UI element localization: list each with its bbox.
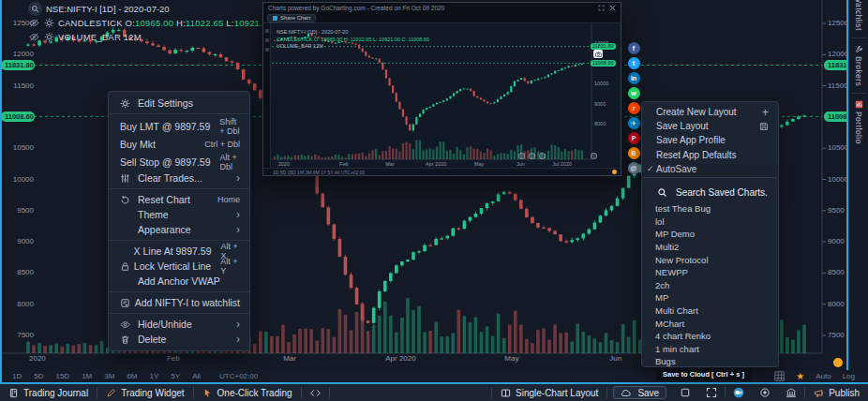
grid-icon[interactable] — [774, 371, 785, 381]
saved-chart-item[interactable]: NEWPP — [642, 266, 778, 279]
wadd-icon — [120, 298, 135, 308]
menu-item-theme[interactable]: Theme› — [109, 207, 249, 222]
chart-frame-right — [846, 0, 848, 370]
single-chart-layout-button[interactable]: Single-Chart Layout — [492, 384, 606, 401]
saved-chart-item[interactable]: New Protocol — [642, 253, 778, 266]
timeframe-all[interactable]: All — [192, 372, 201, 380]
price-badge: 11008.60 — [824, 111, 848, 122]
timeframe-6m[interactable]: 6M — [127, 372, 137, 380]
saved-chart-item[interactable]: MChart — [642, 317, 778, 330]
price-tick: 10000 — [828, 176, 848, 184]
saved-chart-item[interactable]: Bugs — [642, 355, 778, 367]
sidebar-tab-watchlist[interactable]: Watchlist — [849, 0, 868, 36]
menu-item-add-anchor-vwap[interactable]: Add Anchor VWAP — [109, 274, 249, 289]
share-linkedin-icon[interactable]: in — [628, 72, 640, 84]
share-facebook-icon[interactable]: f — [628, 42, 640, 54]
log-scale-label[interactable]: Log — [843, 372, 855, 380]
timeframe-15d[interactable]: 15D — [55, 372, 69, 380]
popup-expand-icon[interactable] — [598, 5, 605, 11]
menu-item-reset-chart[interactable]: Reset ChartHome — [109, 192, 249, 207]
menu-item-hide-unhide[interactable]: Hide/Unhide› — [109, 317, 249, 332]
saved-chart-item[interactable]: test Thea Bug — [642, 202, 778, 215]
timeframe-1y[interactable]: 1Y — [150, 372, 159, 380]
saved-chart-item[interactable]: 4 chart Renko — [642, 330, 778, 343]
publish-button[interactable]: Publish — [805, 384, 868, 401]
volume-settings-icon[interactable] — [43, 32, 54, 43]
timeframe-5d[interactable]: 5D — [34, 372, 43, 380]
square-tool-button[interactable] — [672, 387, 698, 398]
target-button[interactable] — [752, 387, 778, 398]
fullscreen-button[interactable] — [698, 387, 725, 398]
layout-menu-item-reset-app-defaults[interactable]: Reset App Defaults — [642, 148, 778, 162]
time-tick: 2020 — [29, 354, 46, 363]
menu-item-appearance[interactable]: Appearance› — [109, 222, 249, 237]
mini-time-tick: Mar — [385, 161, 394, 167]
saved-chart-item[interactable]: 1 min chart — [642, 343, 778, 356]
mini-snapshot-icon[interactable] — [593, 50, 603, 58]
screen-record-button[interactable] — [726, 387, 752, 398]
layout-menu-item-autosave[interactable]: ✓AutoSave — [642, 162, 778, 176]
timeframe-3m[interactable]: 3M — [104, 372, 114, 380]
menu-item-label: Lock Vertical Line — [134, 260, 211, 272]
menu-item-buy-mkt[interactable]: Buy MktCtrl + Dbl — [109, 135, 249, 153]
save-button[interactable]: Save — [613, 386, 666, 399]
saved-chart-item[interactable]: lol — [642, 215, 778, 229]
menu-item-delete[interactable]: Delete› — [109, 332, 249, 347]
price-tick: 8000 — [2, 301, 34, 308]
menu-item-sell-stop-9897-59[interactable]: Sell Stop @ 9897.59Alt + Dbl — [109, 153, 249, 171]
exchange-button[interactable] — [778, 387, 804, 398]
saved-chart-item[interactable]: 2ch — [642, 279, 778, 292]
share-chart-tab[interactable]: Share Chart — [267, 14, 316, 22]
menu-item-clear-trades[interactable]: Clear Trades...› — [109, 171, 249, 186]
mini-zoom-reset[interactable] — [591, 153, 597, 159]
saved-chart-item[interactable]: Multi2 — [642, 241, 778, 254]
saved-charts-search[interactable]: Search Saved Charts. — [642, 182, 778, 202]
hide-study-icon[interactable] — [28, 18, 39, 29]
saved-chart-item[interactable]: MP Demo — [642, 228, 778, 241]
menu-item-label: Theme — [138, 209, 227, 220]
assistant-dot[interactable] — [833, 358, 843, 367]
sidebar-tab-portfolio[interactable]: Portfolio — [849, 96, 868, 149]
menu-item-add-nifty-i-to-watchlist[interactable]: Add NIFTY-I to watchlist — [109, 295, 249, 310]
popup-close-icon[interactable] — [609, 5, 616, 11]
symbol-title: NSE:NIFTY-I [1D] - 2020-07-20 — [46, 4, 170, 14]
layout-menu-item-save-app-profile[interactable]: Save App Profile — [642, 133, 778, 147]
share-telegram-icon[interactable]: ✈ — [628, 117, 640, 129]
menu-item-label: Sell Stop @ 9897.59 — [120, 156, 210, 168]
share-whatsapp-icon[interactable]: w — [628, 87, 640, 99]
saved-chart-item[interactable]: MP — [642, 291, 778, 304]
hide-volume-icon[interactable] — [28, 32, 39, 43]
mini-price-badge: 11008.60 — [591, 60, 616, 67]
saved-chart-item[interactable]: Multi Chart — [642, 304, 778, 318]
share-pinterest-icon[interactable]: P — [628, 132, 640, 144]
bottom-button-trading-widget[interactable]: Trading Widget — [97, 384, 192, 401]
bottom-button-code[interactable] — [302, 384, 329, 401]
check-icon: ✓ — [647, 164, 656, 173]
layout-menu-item-save-layout[interactable]: Save Layout — [642, 119, 778, 133]
bottom-button-one-click-trading[interactable]: One-Click Trading — [194, 384, 301, 401]
share-reddit-icon[interactable]: r — [628, 102, 640, 114]
sidebar-tab-brokers[interactable]: Brokers — [849, 40, 868, 91]
timeframe-1m[interactable]: 1M — [82, 372, 92, 380]
favorite-star-icon[interactable]: ★ — [796, 372, 804, 381]
timeframe-5y[interactable]: 5Y — [171, 372, 180, 380]
menu-item-buy-lmt-9897-59[interactable]: Buy LMT @ 9897.59Shift + Dbl — [109, 117, 249, 135]
share-email-icon[interactable]: @ — [628, 162, 640, 174]
bottom-button-trading-journal[interactable]: Trading Journal — [0, 384, 97, 401]
time-tick: Feb — [167, 354, 180, 363]
share-blogger-icon[interactable]: B — [628, 147, 640, 159]
wrench-icon — [855, 45, 863, 53]
share-twitter-icon[interactable]: t — [628, 57, 640, 69]
magnifier-icon[interactable] — [28, 2, 42, 16]
menu-item-lock-vertical-line[interactable]: Lock Vertical LineAlt + Y — [109, 259, 249, 274]
sidebar-divider — [851, 93, 866, 94]
layout-menu-item-create-new-layout[interactable]: Create New Layout+ — [642, 105, 778, 119]
mini-zoom-controls[interactable] — [518, 153, 546, 159]
menu-item-edit-settings[interactable]: Edit Settings — [109, 96, 249, 111]
auto-scale-label[interactable]: Auto — [816, 372, 831, 380]
mini-left-toolbar — [263, 23, 271, 175]
timeframe-1d[interactable]: 1D — [12, 372, 22, 380]
timezone-label[interactable]: UTC+02:00 — [219, 372, 258, 380]
study-settings-icon[interactable] — [43, 18, 54, 29]
price-tick: 10500 — [2, 144, 34, 152]
